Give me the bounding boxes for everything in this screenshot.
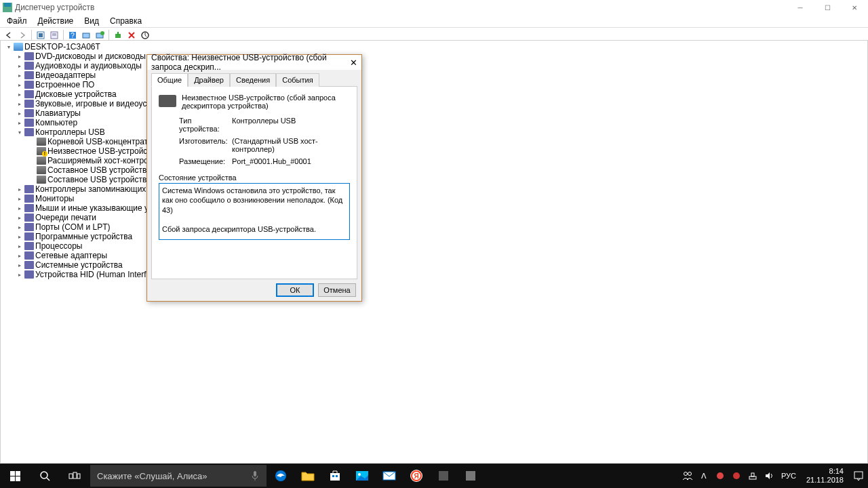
store-icon[interactable] [321, 464, 349, 488]
forward-button[interactable] [16, 29, 28, 41]
tab-details[interactable]: Сведения [230, 73, 276, 87]
scan-hardware-button[interactable] [94, 29, 106, 41]
tree-row[interactable]: Контроллеры USB [2, 127, 866, 137]
menu-action[interactable]: Действие [33, 15, 79, 27]
window-close-button[interactable]: ✕ [841, 0, 868, 15]
expander-icon[interactable] [16, 205, 23, 212]
tree-row[interactable]: Компьютер [2, 118, 866, 127]
tree-row[interactable]: Процессоры [2, 241, 866, 251]
edge-icon[interactable] [267, 464, 294, 488]
properties-button[interactable] [48, 29, 60, 41]
task-view-button[interactable] [60, 464, 90, 488]
tree-row[interactable]: Видеоадаптеры [2, 70, 866, 80]
tree-row[interactable]: Мониторы [2, 194, 866, 203]
expander-icon[interactable] [16, 186, 23, 193]
menu-help[interactable]: Справка [104, 15, 147, 27]
back-button[interactable] [3, 29, 15, 41]
show-hidden-button[interactable] [35, 29, 47, 41]
expander-icon[interactable] [16, 81, 23, 89]
dialog-close-button[interactable]: ✕ [347, 56, 360, 68]
expander-icon[interactable] [16, 233, 23, 241]
ok-button[interactable]: ОК [276, 283, 314, 297]
minimize-button[interactable]: ─ [787, 0, 814, 15]
app-icon-1[interactable] [430, 464, 457, 488]
update-driver-button[interactable] [139, 29, 151, 41]
tree-row[interactable]: Контроллеры запоминающих устрой [2, 184, 866, 194]
tray-app-icon-2[interactable] [730, 464, 743, 488]
app-icon-2[interactable] [457, 464, 484, 488]
tree-item-label: Системные устройства [35, 260, 123, 270]
device-status-text[interactable] [159, 183, 350, 240]
uninstall-button[interactable] [125, 29, 138, 41]
expander-icon [28, 167, 35, 174]
expander-icon[interactable] [16, 262, 23, 269]
expander-icon[interactable] [16, 129, 23, 136]
menu-file[interactable]: Файл [1, 15, 33, 27]
photos-icon[interactable] [349, 464, 376, 488]
maximize-button[interactable]: ☐ [814, 0, 841, 15]
tree-row[interactable]: Сетевые адаптеры [2, 251, 866, 260]
tree-row[interactable]: DESKTOP-1C3A06T [2, 42, 866, 52]
tree-row[interactable]: Системные устройства [2, 260, 866, 270]
expander-icon[interactable] [5, 43, 12, 51]
expander-icon[interactable] [16, 214, 23, 222]
tree-row[interactable]: Встроенное ПО [2, 80, 866, 89]
expander-icon[interactable] [16, 91, 23, 98]
tree-item-label: Аудиовходы и аудиовыходы [35, 61, 142, 70]
tree-row[interactable]: Дисковые устройства [2, 89, 866, 99]
expander-icon[interactable] [16, 195, 23, 203]
language-indicator[interactable]: РУС [779, 464, 798, 488]
device-tree[interactable]: DESKTOP-1C3A06TDVD-дисководы и дисководы… [1, 41, 867, 281]
device-category-icon [14, 43, 23, 51]
network-icon[interactable] [747, 464, 759, 488]
tab-events[interactable]: События [276, 73, 319, 87]
device-category-icon [37, 176, 46, 184]
tree-row[interactable]: Мыши и иные указывающие устрой [2, 203, 866, 213]
tree-row[interactable]: Расширяемый хост-контроллер I [2, 156, 866, 165]
tree-row[interactable]: Клавиатуры [2, 108, 866, 118]
tree-row[interactable]: Составное USB устройство [2, 165, 866, 175]
expander-icon[interactable] [16, 224, 23, 231]
help-button[interactable]: ? [66, 29, 79, 41]
tray-chevron-icon[interactable]: ᐱ [698, 464, 710, 488]
tree-row[interactable]: DVD-дисководы и дисководы компа [2, 52, 866, 61]
search-button[interactable] [30, 464, 60, 488]
yandex-icon[interactable]: Я [403, 464, 430, 488]
tree-row[interactable]: Составное USB устройство [2, 175, 866, 184]
mail-icon[interactable] [376, 464, 403, 488]
start-button[interactable] [0, 464, 30, 488]
tree-row[interactable]: Корневой USB-концентратор (USB [2, 137, 866, 146]
tree-row[interactable]: Звуковые, игровые и видеоустройств [2, 99, 866, 108]
clock[interactable]: 8:14 21.11.2018 [802, 467, 848, 485]
tab-general[interactable]: Общие [151, 73, 188, 87]
tree-row[interactable]: Порты (COM и LPT) [2, 222, 866, 232]
expander-icon[interactable] [16, 62, 23, 70]
people-icon[interactable] [682, 464, 694, 488]
svg-rect-7 [83, 33, 90, 38]
dialog-titlebar[interactable]: Свойства: Неизвестное USB-устройство (сб… [147, 55, 361, 70]
scan-button[interactable] [80, 29, 92, 41]
cancel-button[interactable]: Отмена [318, 283, 356, 297]
tree-row[interactable]: Очереди печати [2, 213, 866, 222]
explorer-icon[interactable] [294, 464, 321, 488]
tray-app-icon[interactable] [714, 464, 726, 488]
expander-icon[interactable] [16, 271, 23, 279]
expander-icon[interactable] [16, 110, 23, 117]
expander-icon[interactable] [16, 100, 23, 108]
enable-button[interactable] [112, 29, 124, 41]
volume-icon[interactable] [763, 464, 775, 488]
mic-icon[interactable] [250, 470, 260, 482]
menu-view[interactable]: Вид [79, 15, 104, 27]
notifications-icon[interactable] [852, 464, 865, 488]
expander-icon[interactable] [16, 243, 23, 250]
expander-icon[interactable] [16, 252, 23, 260]
tree-row[interactable]: Аудиовходы и аудиовыходы [2, 61, 866, 70]
tree-row[interactable]: Неизвестное USB-устройство (сбо [2, 146, 866, 156]
tab-driver[interactable]: Драйвер [188, 73, 230, 87]
tree-row[interactable]: Программные устройства [2, 232, 866, 241]
cortana-search-box[interactable]: Скажите «Слушай, Алиса» [90, 465, 267, 487]
expander-icon[interactable] [16, 72, 23, 79]
tree-row[interactable]: Устройства HID (Human Interface Dev [2, 270, 866, 279]
expander-icon[interactable] [16, 119, 23, 127]
expander-icon[interactable] [16, 53, 23, 60]
